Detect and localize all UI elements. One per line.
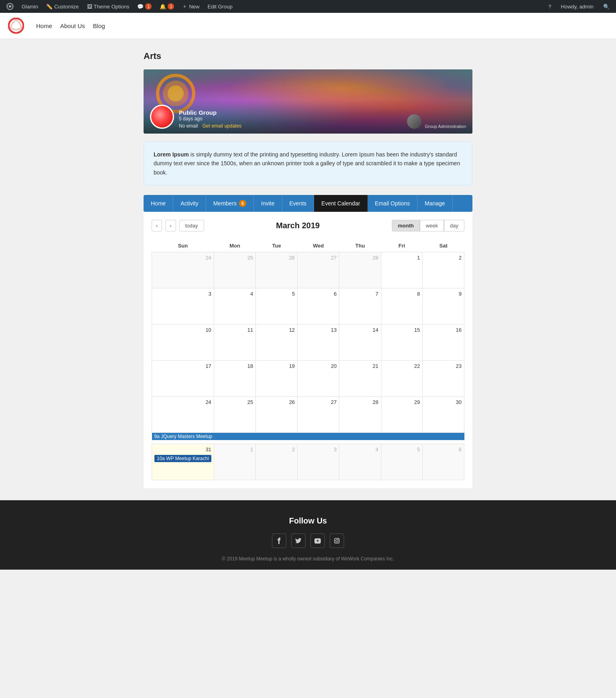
calendar-grid: Sun Mon Tue Wed Thu Fri Sat 242526272812… bbox=[152, 239, 464, 480]
adminbar-new[interactable]: ＋ New bbox=[179, 3, 203, 10]
calendar-cell[interactable]: 19 bbox=[256, 361, 298, 397]
calendar-today-btn[interactable]: today bbox=[179, 220, 204, 231]
calendar-cell[interactable]: 10 bbox=[152, 325, 214, 361]
calendar-cell[interactable]: 5 bbox=[256, 288, 298, 325]
wp-logo-item[interactable] bbox=[3, 3, 17, 10]
calendar-cell[interactable]: 24 bbox=[152, 397, 214, 433]
adminbar-comments[interactable]: 💬 1 bbox=[134, 3, 155, 10]
nav-home[interactable]: Home bbox=[36, 22, 52, 29]
nav-about-us[interactable]: About Us bbox=[60, 22, 85, 29]
calendar-title: March 2019 bbox=[276, 221, 320, 230]
col-sun: Sun bbox=[152, 239, 214, 252]
calendar-row: 242526272812 bbox=[152, 252, 464, 288]
calendar-row: 3110a WP Meetup Karachi123456 bbox=[152, 444, 464, 480]
calendar-cell[interactable]: 6 bbox=[298, 288, 339, 325]
adminbar-user[interactable]: Howdy, admin bbox=[558, 4, 597, 10]
site-logo[interactable] bbox=[8, 18, 24, 34]
calendar-cell[interactable]: 27 bbox=[298, 252, 339, 288]
tab-members[interactable]: Members 5 bbox=[206, 195, 254, 212]
cal-view-day[interactable]: day bbox=[444, 220, 464, 231]
get-email-updates-link[interactable]: Get email updates bbox=[203, 123, 241, 129]
calendar-section: ‹ › today March 2019 month week day Sun … bbox=[144, 212, 472, 488]
calendar-cell[interactable]: 27 bbox=[298, 397, 339, 433]
calendar-cell[interactable]: 23 bbox=[423, 361, 464, 397]
calendar-cell[interactable]: 25 bbox=[214, 397, 255, 433]
nav-blog[interactable]: Blog bbox=[93, 22, 105, 29]
calendar-cell[interactable]: 2 bbox=[423, 252, 464, 288]
calendar-cell[interactable]: 16 bbox=[423, 325, 464, 361]
calendar-cell[interactable]: 4 bbox=[339, 444, 381, 480]
calendar-cell[interactable]: 21 bbox=[339, 361, 381, 397]
site-nav: Home About Us Blog bbox=[36, 22, 105, 29]
calendar-cell[interactable]: 5 bbox=[381, 444, 423, 480]
calendar-row: 24252627282930 bbox=[152, 397, 464, 433]
calendar-cell[interactable]: 14 bbox=[339, 325, 381, 361]
site-wrapper: Home About Us Blog Arts Public Group bbox=[0, 13, 616, 698]
calendar-cell[interactable]: 12 bbox=[256, 325, 298, 361]
calendar-cell[interactable]: 1 bbox=[381, 252, 423, 288]
adminbar-help[interactable]: ? bbox=[545, 4, 554, 10]
col-sat: Sat bbox=[423, 239, 464, 252]
social-youtube[interactable] bbox=[310, 534, 325, 548]
group-cover-overlay: Public Group 5 days ago No email Get ema… bbox=[144, 100, 472, 134]
calendar-cell[interactable]: 13 bbox=[298, 325, 339, 361]
calendar-cell[interactable]: 1 bbox=[214, 444, 255, 480]
adminbar-customize[interactable]: ✏️ Customize bbox=[43, 4, 82, 10]
calendar-cell[interactable]: 6 bbox=[423, 444, 464, 480]
calendar-cell[interactable]: 26 bbox=[256, 397, 298, 433]
col-wed: Wed bbox=[298, 239, 339, 252]
lorem-ipsum-bold: Lorem Ipsum bbox=[154, 151, 189, 158]
cal-view-month[interactable]: month bbox=[392, 220, 420, 231]
page-title: Arts bbox=[144, 51, 472, 61]
admin-avatar bbox=[407, 114, 421, 129]
cal-view-week[interactable]: week bbox=[420, 220, 444, 231]
calendar-cell[interactable]: 20 bbox=[298, 361, 339, 397]
calendar-cell[interactable]: 3 bbox=[298, 444, 339, 480]
calendar-cell[interactable]: 2 bbox=[256, 444, 298, 480]
calendar-cell[interactable]: 4 bbox=[214, 288, 255, 325]
calendar-cell[interactable]: 9 bbox=[423, 288, 464, 325]
calendar-cell[interactable]: 24 bbox=[152, 252, 214, 288]
social-facebook[interactable] bbox=[272, 534, 286, 548]
adminbar-updates[interactable]: 🔔 1 bbox=[156, 3, 177, 10]
calendar-cell[interactable]: 25 bbox=[214, 252, 255, 288]
adminbar-search[interactable]: 🔍 bbox=[600, 4, 613, 10]
group-avatar-img bbox=[151, 106, 173, 128]
tab-events[interactable]: Events bbox=[282, 195, 314, 212]
calendar-next-btn[interactable]: › bbox=[165, 220, 176, 231]
social-twitter[interactable] bbox=[291, 534, 306, 548]
calendar-cell[interactable]: 18 bbox=[214, 361, 255, 397]
adminbar-edit-group[interactable]: Edit Group bbox=[205, 4, 236, 10]
calendar-cell[interactable]: 26 bbox=[256, 252, 298, 288]
adminbar-theme-options[interactable]: 🖼 Theme Options bbox=[84, 4, 133, 10]
col-thu: Thu bbox=[339, 239, 381, 252]
tab-invite[interactable]: Invite bbox=[254, 195, 282, 212]
group-email-cta: No email Get email updates bbox=[179, 123, 402, 129]
calendar-cell[interactable]: 11 bbox=[214, 325, 255, 361]
adminbar-glamin[interactable]: Glamin bbox=[18, 4, 41, 10]
calendar-cell[interactable]: 29 bbox=[381, 397, 423, 433]
tab-email-options[interactable]: Email Options bbox=[368, 195, 417, 212]
calendar-cell[interactable]: 28 bbox=[339, 397, 381, 433]
description-box: Lorem Ipsum is simply dummy text of the … bbox=[144, 142, 472, 185]
event-wp-meetup[interactable]: 10a WP Meetup Karachi bbox=[154, 455, 211, 462]
calendar-event-row: 9a JQuery Masters Meetup bbox=[152, 433, 464, 444]
calendar-cell[interactable]: 3110a WP Meetup Karachi bbox=[152, 444, 214, 480]
calendar-cell[interactable]: 3 bbox=[152, 288, 214, 325]
event-jquery-meetup[interactable]: 9a JQuery Masters Meetup bbox=[152, 433, 464, 440]
footer-follow-title: Follow Us bbox=[8, 516, 608, 526]
calendar-cell[interactable]: 22 bbox=[381, 361, 423, 397]
calendar-cell[interactable]: 7 bbox=[339, 288, 381, 325]
tab-event-calendar[interactable]: Event Calendar bbox=[314, 195, 368, 212]
footer-copyright: © 2019 Meetup Meetup is a wholly owned s… bbox=[8, 556, 608, 562]
calendar-prev-btn[interactable]: ‹ bbox=[152, 220, 162, 231]
tab-home[interactable]: Home bbox=[144, 195, 173, 212]
social-instagram[interactable] bbox=[330, 534, 344, 548]
calendar-cell[interactable]: 30 bbox=[423, 397, 464, 433]
calendar-cell[interactable]: 15 bbox=[381, 325, 423, 361]
calendar-cell[interactable]: 8 bbox=[381, 288, 423, 325]
tab-manage[interactable]: Manage bbox=[417, 195, 453, 212]
calendar-cell[interactable]: 17 bbox=[152, 361, 214, 397]
calendar-cell[interactable]: 28 bbox=[339, 252, 381, 288]
tab-activity[interactable]: Activity bbox=[173, 195, 206, 212]
